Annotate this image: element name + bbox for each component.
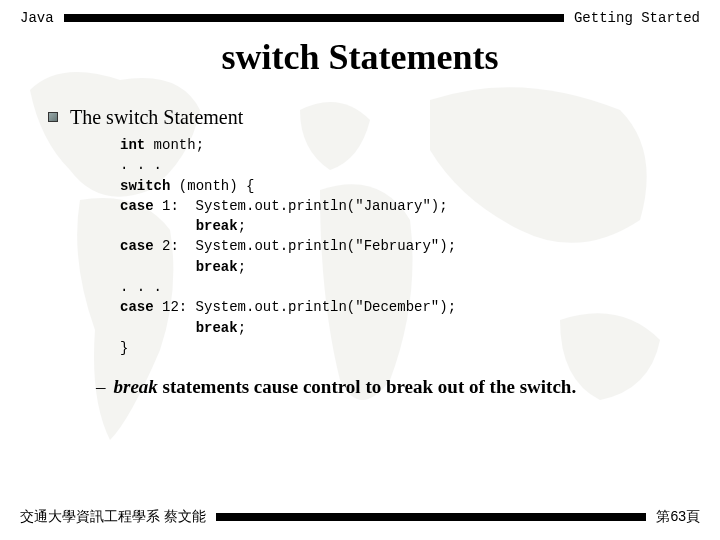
header-right: Getting Started bbox=[574, 10, 700, 26]
code-seg: month; bbox=[145, 137, 204, 153]
kw-int: int bbox=[120, 137, 145, 153]
code-seg: 2: System.out.println("February"); bbox=[154, 238, 456, 254]
break-em: break bbox=[114, 376, 158, 397]
footer-bar bbox=[216, 513, 647, 521]
kw-case: case bbox=[120, 299, 154, 315]
kw-break: break bbox=[196, 259, 238, 275]
code-block: int month; . . . switch (month) { case 1… bbox=[120, 135, 670, 358]
bullet-text: The switch Statement bbox=[70, 106, 243, 129]
code-seg: ; bbox=[238, 259, 246, 275]
slide-header: Java Getting Started bbox=[20, 10, 700, 26]
code-seg: } bbox=[120, 340, 128, 356]
footer-left: 交通大學資訊工程學系 蔡文能 bbox=[20, 508, 206, 526]
bullet-icon bbox=[48, 112, 58, 122]
header-bar bbox=[64, 14, 564, 22]
slide-footer: 交通大學資訊工程學系 蔡文能 第63頁 bbox=[20, 508, 700, 526]
dash-icon: – bbox=[96, 376, 106, 398]
content-area: The switch Statement int month; . . . sw… bbox=[0, 106, 720, 398]
code-indent bbox=[120, 259, 196, 275]
code-indent bbox=[120, 218, 196, 234]
sub-text: statements cause control to break out of… bbox=[158, 376, 576, 397]
code-seg: ; bbox=[238, 320, 246, 336]
bullet-item: The switch Statement bbox=[48, 106, 670, 129]
code-seg: (month) { bbox=[170, 178, 254, 194]
code-seg: . . . bbox=[120, 157, 162, 173]
kw-case: case bbox=[120, 198, 154, 214]
code-seg: 12: System.out.println("December"); bbox=[154, 299, 456, 315]
kw-case: case bbox=[120, 238, 154, 254]
kw-switch: switch bbox=[120, 178, 170, 194]
code-indent bbox=[120, 320, 196, 336]
code-seg: ; bbox=[238, 218, 246, 234]
sub-bullet: – break statements cause control to brea… bbox=[96, 376, 670, 398]
footer-page: 第63頁 bbox=[656, 508, 700, 526]
code-seg: . . . bbox=[120, 279, 162, 295]
header-left: Java bbox=[20, 10, 54, 26]
kw-break: break bbox=[196, 218, 238, 234]
code-seg: 1: System.out.println("January"); bbox=[154, 198, 448, 214]
slide-title: switch Statements bbox=[0, 36, 720, 78]
kw-break: break bbox=[196, 320, 238, 336]
